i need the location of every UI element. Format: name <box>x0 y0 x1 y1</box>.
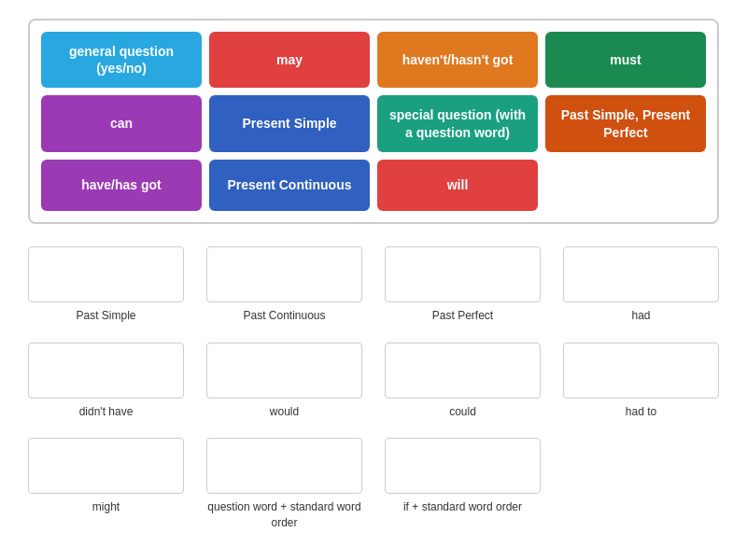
tile-may[interactable]: may <box>209 32 370 88</box>
drop-label-past-continuous: Past Continuous <box>243 308 325 324</box>
drop-label-had-to: had to <box>626 404 656 420</box>
drop-group-past-perfect: Past Perfect <box>385 246 541 324</box>
drop-group-had-to: had to <box>563 343 719 420</box>
tile-present-simple[interactable]: Present Simple <box>209 95 370 151</box>
drop-box-past-simple[interactable] <box>28 246 184 302</box>
drop-box-had[interactable] <box>563 246 719 302</box>
tile-have-has-got[interactable]: have/has got <box>41 160 202 211</box>
drop-group-if-standard: if + standard word order <box>385 438 541 531</box>
drop-label-might: might <box>92 499 120 515</box>
drop-box-past-perfect[interactable] <box>385 246 541 302</box>
drop-label-past-perfect: Past Perfect <box>432 308 493 324</box>
drop-box-question-word[interactable] <box>206 438 362 494</box>
drop-label-past-simple: Past Simple <box>76 308 135 324</box>
tile-havent-hasnt-got[interactable]: haven't/hasn't got <box>377 32 538 88</box>
drop-label-question-word: question word + standard word order <box>206 499 362 531</box>
tiles-grid: general question (yes/no) may haven't/ha… <box>28 19 719 224</box>
drop-box-if-standard[interactable] <box>385 438 541 494</box>
tile-general-question[interactable]: general question (yes/no) <box>41 32 202 88</box>
drop-group-had: had <box>563 246 719 324</box>
tile-must[interactable]: must <box>545 32 706 88</box>
tile-past-simple-present-perfect[interactable]: Past Simple, Present Perfect <box>545 95 706 151</box>
drop-zones-row1: Past Simple Past Continuous Past Perfect… <box>28 246 719 324</box>
drop-box-might[interactable] <box>28 438 184 494</box>
drop-group-would: would <box>206 343 362 420</box>
drop-label-would: would <box>270 404 299 420</box>
drop-box-didnt-have[interactable] <box>28 343 184 399</box>
drop-box-could[interactable] <box>385 343 541 399</box>
drop-box-past-continuous[interactable] <box>206 246 362 302</box>
drop-label-didnt-have: didn't have <box>79 404 134 420</box>
drop-group-past-continuous: Past Continuous <box>206 246 362 324</box>
drop-group-question-word: question word + standard word order <box>206 438 362 531</box>
drop-zones-row2: didn't have would could had to <box>28 343 719 420</box>
tile-can[interactable]: can <box>41 95 202 151</box>
tile-will[interactable]: will <box>377 160 538 211</box>
drop-group-past-simple: Past Simple <box>28 246 184 324</box>
drop-label-had: had <box>631 308 650 324</box>
empty-row3 <box>563 438 719 531</box>
empty-cell <box>545 160 706 211</box>
drop-group-didnt-have: didn't have <box>28 343 184 420</box>
drop-group-could: could <box>385 343 541 420</box>
drop-box-had-to[interactable] <box>563 343 719 399</box>
drop-zones-row3: might question word + standard word orde… <box>28 438 719 531</box>
drop-label-could: could <box>449 404 476 420</box>
drop-box-would[interactable] <box>206 343 362 399</box>
main-container: general question (yes/no) may haven't/ha… <box>0 0 747 550</box>
drop-group-might: might <box>28 438 184 531</box>
drop-label-if-standard: if + standard word order <box>403 499 522 515</box>
tile-special-question[interactable]: special question (with a question word) <box>377 95 538 151</box>
tile-present-continuous[interactable]: Present Continuous <box>209 160 370 211</box>
